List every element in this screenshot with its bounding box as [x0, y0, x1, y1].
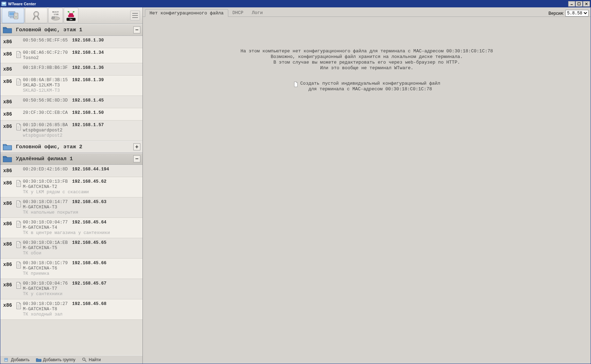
terminal-item[interactable]: x8600:30:18:C0:04:77192.168.45.64M-GATCH… [0, 218, 142, 238]
group-header[interactable]: Головной офис, этаж 2+ [0, 141, 142, 153]
config-file-icon [16, 241, 21, 248]
arch-label: x86 [3, 123, 16, 129]
find-button[interactable]: Найти [82, 357, 101, 362]
titlebar: WTware Center [0, 0, 591, 7]
arch-label: x86 [3, 110, 16, 117]
terminal-desc: ТК у сантехники [23, 292, 141, 297]
left-toolbar: BOOTUSB S≫ [0, 7, 142, 24]
arch-label: x86 [3, 200, 16, 206]
terminal-item[interactable]: x8600:18:F3:8B:B6:3F192.168.1.36 [0, 63, 142, 76]
terminal-item[interactable]: x8600:50:56:9E:FF:65192.168.1.30 [0, 36, 142, 48]
mac-address: 20:CF:30:CC:EB:CA [23, 110, 72, 116]
terminal-item[interactable]: x8600:50:56:9E:8D:3D192.168.1.45 [0, 96, 142, 108]
arch-label: x86 [3, 65, 16, 72]
terminal-name: M-GATCHINA-T7 [23, 286, 141, 292]
mac-address: 00:30:18:C0:1C:79 [23, 261, 72, 266]
ip-address: 192.168.1.34 [72, 50, 104, 56]
app-icon [1, 1, 7, 7]
add-group-button[interactable]: Добавить группу [36, 357, 75, 362]
svg-text:USB: USB [54, 13, 59, 15]
terminal-name: SKLAD-12LKM-T3 [23, 83, 141, 88]
tab[interactable]: DHCP [228, 9, 248, 17]
svg-line-72 [85, 360, 86, 361]
terminal-item[interactable]: x8600:0E:A6:6C:F2:70192.168.1.34Tosno2 [0, 48, 142, 63]
ip-address: 192.168.45.68 [72, 301, 107, 307]
terminal-name: M-GATCHINA-T4 [23, 225, 141, 230]
find-label: Найти [89, 357, 101, 362]
terminal-name: M-GATCHINA-T5 [23, 246, 141, 251]
arch-label: x86 [3, 98, 16, 105]
toolbar-bootusb-button[interactable]: BOOTUSB [48, 8, 63, 23]
terminal-desc: ТК в центре магазина у сантехники [23, 230, 141, 236]
ip-address: 192.168.45.65 [72, 240, 107, 246]
collapse-button[interactable]: − [133, 26, 140, 33]
toolbar-settings-button[interactable] [25, 8, 47, 23]
mac-address: 00:30:18:C0:1D:27 [23, 301, 72, 307]
ip-address: 192.168.45.64 [72, 220, 107, 225]
config-file-icon [16, 200, 21, 207]
terminal-item[interactable]: x8620:CF:30:CC:EB:CA192.168.1.50 [0, 108, 142, 121]
mac-address: 00:18:F3:8B:B6:3F [23, 65, 72, 71]
terminal-item[interactable]: x8600:30:18:C0:14:77192.168.45.63M-GATCH… [0, 197, 142, 218]
terminal-desc: ТК напольные покрытия [23, 210, 141, 215]
close-button[interactable] [583, 1, 590, 7]
config-file-icon [16, 261, 21, 268]
terminal-item[interactable]: x8600:30:18:C0:04:76192.168.45.67M-GATCH… [0, 279, 142, 299]
arch-label: x86 [3, 220, 16, 227]
add-button[interactable]: Добавить [4, 357, 30, 362]
terminal-desc: ТК у LKM рядом с скассами [23, 190, 141, 195]
terminal-list[interactable]: Головной офис, этаж 1−x8600:50:56:9E:FF:… [0, 24, 142, 355]
svg-rect-70 [5, 358, 7, 360]
group-header[interactable]: Удалённый филиал 1− [0, 153, 142, 165]
maximize-button[interactable] [576, 1, 583, 7]
arch-label: x86 [3, 167, 16, 174]
tabs-row: Нет конфигурационного файлаDHCPЛоги Верс… [143, 7, 591, 17]
terminal-name: wtspbguardpost2 [23, 128, 141, 133]
config-file-icon [16, 51, 21, 58]
terminal-name: Tosno2 [23, 56, 141, 61]
svg-point-71 [83, 358, 85, 360]
group-header[interactable]: Головной офис, этаж 1− [0, 24, 142, 36]
ip-address: 192.168.45.62 [72, 179, 107, 184]
mac-address: 00:30:18:C0:04:77 [23, 220, 72, 225]
mac-address: 00:1D:60:26:85:BA [23, 123, 72, 128]
terminal-item[interactable]: x8600:30:18:C0:1C:79192.168.45.66M-GATCH… [0, 259, 142, 279]
terminal-item[interactable]: x8600:30:18:C0:1A:EB192.168.45.65M-GATCH… [0, 238, 142, 259]
terminal-item[interactable]: x8600:1D:60:26:85:BA192.168.1.57wtspbgua… [0, 121, 142, 141]
mac-address: 00:0B:6A:BF:3B:15 [23, 78, 72, 83]
tab[interactable]: Нет конфигурационного файла [145, 9, 228, 17]
collapse-button[interactable]: − [133, 155, 140, 162]
minimize-button[interactable] [568, 1, 575, 7]
mac-address: 00:30:18:C0:1A:EB [23, 240, 72, 246]
mac-address: 00:30:18:C0:14:77 [23, 200, 72, 205]
terminal-desc: ТК обои [23, 251, 141, 256]
terminal-item[interactable]: x8600:20:ED:42:16:8D192.168.44.194 [0, 165, 142, 177]
config-file-icon [16, 282, 21, 289]
toolbar-computer-button[interactable] [2, 8, 24, 23]
hamburger-menu-button[interactable] [130, 11, 140, 20]
ip-address: 192.168.45.67 [72, 281, 107, 286]
svg-text:BOOT: BOOT [52, 11, 59, 13]
group-name: Головной офис, этаж 2 [16, 144, 82, 150]
terminal-item[interactable]: x8600:30:18:C0:1D:27192.168.45.68M-GATCH… [0, 299, 142, 320]
toolbar-raspberry-button[interactable]: S≫ [64, 8, 78, 23]
arch-label: x86 [3, 261, 16, 267]
left-panel: BOOTUSB S≫ Головной офис, этаж 1−x8600:5… [0, 7, 143, 364]
tab[interactable]: Логи [248, 9, 267, 17]
config-file-icon [16, 180, 21, 187]
config-file-icon [16, 302, 21, 309]
ip-address: 192.168.45.63 [72, 200, 107, 205]
version-select[interactable]: 5.8.58 [565, 10, 589, 17]
group-name: Удалённый филиал 1 [16, 156, 73, 162]
arch-label: x86 [3, 281, 16, 288]
create-config-link[interactable]: Создать пустой индивидуальный конфигурац… [293, 81, 440, 92]
terminal-desc: ТК приемка [23, 271, 141, 277]
arch-label: x86 [3, 179, 16, 186]
svg-point-10 [15, 17, 17, 18]
terminal-item[interactable]: x8600:30:18:C0:13:FB192.168.45.62M-GATCH… [0, 177, 142, 197]
svg-rect-7 [9, 12, 14, 15]
expand-button[interactable]: + [133, 143, 140, 150]
add-label: Добавить [11, 357, 30, 362]
mac-address: 00:50:56:9E:FF:65 [23, 38, 72, 43]
terminal-item[interactable]: x8600:0B:6A:BF:3B:15192.168.1.39SKLAD-12… [0, 76, 142, 96]
